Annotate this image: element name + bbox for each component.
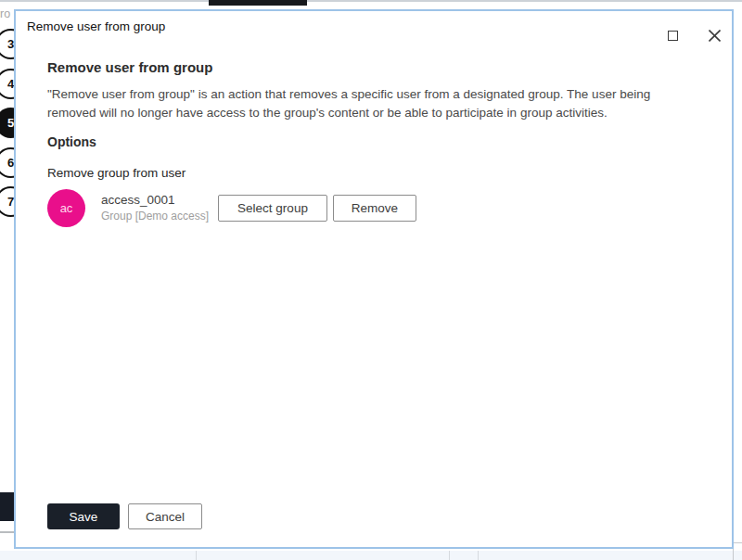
user-subtitle: Group [Demo access] — [101, 210, 218, 223]
bottom-left-divider — [0, 531, 14, 533]
background-table-strip — [0, 551, 742, 560]
user-name: access_0001 — [101, 193, 218, 207]
section-label: Remove group from user — [47, 166, 186, 180]
remove-user-from-group-dialog: Remove user from group Remove user from … — [14, 9, 734, 549]
cancel-button[interactable]: Cancel — [128, 503, 202, 529]
maximize-button[interactable] — [661, 24, 684, 46]
dialog-title: Remove user from group — [27, 19, 165, 33]
cutoff-text: ro — [0, 7, 10, 20]
close-icon — [709, 30, 721, 42]
right-divider-h — [734, 542, 742, 543]
strip-divider — [196, 551, 197, 560]
save-button[interactable]: Save — [47, 503, 120, 529]
select-group-button[interactable]: Select group — [218, 195, 327, 222]
strip-divider — [478, 551, 479, 560]
avatar-initials: ac — [60, 201, 73, 215]
dialog-heading: Remove user from group — [47, 59, 212, 75]
close-button[interactable] — [703, 24, 725, 46]
background-dark-button — [0, 492, 14, 521]
options-heading: Options — [47, 134, 96, 149]
dialog-description: "Remove user from group" is an action th… — [47, 85, 661, 121]
dialog-footer: Save Cancel — [47, 503, 202, 529]
avatar: ac — [47, 189, 85, 227]
strip-divider — [449, 551, 450, 560]
top-border-line — [0, 0, 742, 2]
top-black-bar — [209, 0, 307, 6]
remove-button[interactable]: Remove — [333, 195, 416, 222]
user-row: ac access_0001 Group [Demo access] Selec… — [47, 187, 416, 228]
user-texts: access_0001 Group [Demo access] — [101, 193, 218, 223]
maximize-icon — [668, 31, 678, 41]
